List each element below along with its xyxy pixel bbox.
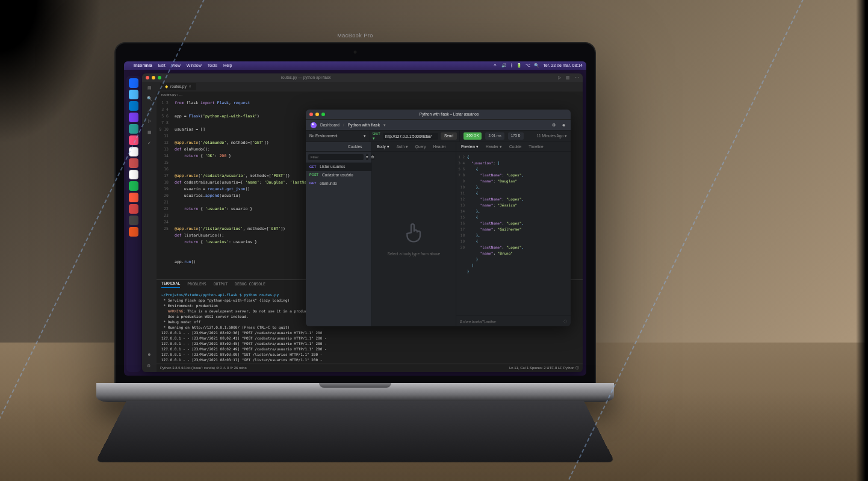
- dock-app-icon[interactable]: [129, 227, 138, 237]
- maximize-icon[interactable]: [321, 113, 325, 116]
- dock-app-icon[interactable]: [129, 113, 138, 122]
- battery-icon[interactable]: 🔋: [516, 63, 522, 68]
- tab-timeline[interactable]: Timeline: [529, 144, 543, 149]
- menubar-app[interactable]: Insomnia: [134, 63, 152, 68]
- search-icon[interactable]: 🔍: [147, 96, 152, 101]
- tab-terminal[interactable]: TERMINAL: [161, 282, 180, 288]
- debug-icon[interactable]: ▷: [148, 119, 151, 123]
- method-dropdown[interactable]: GET ▾: [373, 131, 380, 141]
- dock-vscode-icon[interactable]: [129, 101, 138, 111]
- menubar-help[interactable]: Help: [223, 63, 232, 68]
- request-item[interactable]: GET Listar usuários: [306, 163, 371, 171]
- minimize-icon[interactable]: [152, 76, 155, 79]
- dock-finder-icon[interactable]: [129, 78, 138, 88]
- tab-routes-py[interactable]: ◆ routes.py ×: [160, 83, 196, 90]
- tab-query[interactable]: Query: [415, 144, 426, 149]
- time-badge: 2.01 ms: [485, 132, 504, 139]
- url-bar: GET ▾ Send: [370, 131, 460, 141]
- more-icon[interactable]: ⋯: [575, 75, 579, 80]
- macos-menubar: Insomnia Edit View Window Tools Help ᯤ 🔊…: [124, 61, 586, 70]
- menubar-view[interactable]: View: [172, 63, 181, 68]
- breadcrumb-workspace[interactable]: Python with flask: [348, 123, 380, 128]
- tab-body[interactable]: Body ▾: [377, 144, 389, 149]
- gear-icon[interactable]: ⚙: [552, 123, 556, 128]
- request-list: GET Listar usuários POST Cadastrar usuár…: [306, 163, 371, 326]
- minimize-icon[interactable]: [315, 113, 319, 116]
- dock-app-icon[interactable]: [129, 147, 138, 157]
- dock-app-icon[interactable]: [129, 124, 138, 134]
- tab-auth[interactable]: Auth ▾: [397, 144, 408, 149]
- laptop-hinge: [96, 383, 614, 402]
- request-panel: Body ▾ Auth ▾ Query Header Select a body…: [372, 142, 456, 326]
- source-control-icon[interactable]: ⎇: [147, 108, 152, 113]
- account-icon[interactable]: ☻: [147, 352, 151, 357]
- dock-spotify-icon[interactable]: [129, 181, 138, 191]
- empty-body-text: Select a body type from above: [388, 252, 441, 256]
- insomnia-toolbar: No Environment ▾ GET ▾ Send 200 OK 2.01 …: [306, 130, 571, 142]
- account-icon[interactable]: ☻: [562, 123, 566, 128]
- gear-icon[interactable]: ⚙: [147, 364, 151, 368]
- tab-problems[interactable]: PROBLEMS: [187, 282, 206, 287]
- cookies-button[interactable]: Cookies: [339, 144, 372, 149]
- close-icon[interactable]: [146, 76, 149, 79]
- macos-screen: Insomnia Edit View Window Tools Help ᯤ 🔊…: [124, 61, 586, 376]
- tab-preview[interactable]: Preview ▾: [461, 144, 479, 149]
- menubar-window[interactable]: Window: [187, 63, 202, 68]
- chevron-down-icon[interactable]: ▾: [366, 154, 368, 160]
- url-input[interactable]: [383, 133, 438, 140]
- status-left[interactable]: Python 3.8.5 64-bit ('base': conda) ⊘ 0 …: [160, 366, 247, 370]
- vscode-status-bar: Python 3.8.5 64-bit ('base': conda) ⊘ 0 …: [157, 364, 583, 372]
- hand-point-up-icon: [402, 222, 426, 247]
- tab-close-icon[interactable]: ×: [189, 84, 191, 89]
- age-dropdown[interactable]: 11 Minutes Ago ▾: [536, 134, 567, 138]
- test-icon[interactable]: ✓: [147, 141, 151, 146]
- dock-app-icon[interactable]: [129, 135, 138, 145]
- close-icon[interactable]: [309, 113, 313, 116]
- split-editor-icon[interactable]: ▥: [566, 75, 570, 80]
- insomnia-breadcrumb: Dashboard / Python with flask ▾ ⚙ ☻: [306, 119, 571, 130]
- run-icon[interactable]: ▷: [558, 75, 561, 80]
- tab-header[interactable]: Header: [433, 144, 446, 149]
- send-button[interactable]: Send: [441, 132, 457, 140]
- tab-output[interactable]: OUTPUT: [214, 282, 228, 287]
- volume-icon[interactable]: 🔊: [501, 63, 507, 68]
- bluetooth-icon[interactable]: ᛒ: [510, 63, 513, 68]
- request-item[interactable]: POST Cadastrar usuário: [306, 171, 371, 179]
- search-icon[interactable]: 🔍: [534, 63, 539, 68]
- extensions-icon[interactable]: ▦: [147, 130, 152, 135]
- editor-gutter: 1 2 3 4 5 6 7 8 9 10 11 12 13 14 15 16 1…: [157, 99, 172, 279]
- tab-cookie[interactable]: Cookie: [509, 144, 521, 149]
- status-right[interactable]: Ln 11, Col 1 Spaces: 2 UTF-8 LF Python ⓘ: [509, 366, 579, 370]
- dock-app-icon[interactable]: [129, 170, 138, 179]
- python-file-icon: ◆: [165, 84, 168, 89]
- dock-app-icon[interactable]: [129, 90, 138, 99]
- maximize-icon[interactable]: [158, 76, 161, 79]
- wifi-icon[interactable]: ᯤ: [494, 63, 498, 68]
- request-item[interactable]: GET olamundo: [306, 179, 371, 188]
- menubar-edit[interactable]: Edit: [158, 63, 166, 68]
- method-badge: GET: [309, 165, 316, 169]
- macos-dock: [126, 76, 141, 372]
- chevron-down-icon[interactable]: ▾: [383, 123, 386, 128]
- menubar-tools[interactable]: Tools: [208, 63, 217, 68]
- breadcrumb[interactable]: routes.py › ...: [157, 92, 583, 99]
- vscode-activity-bar: ▤ 🔍 ⎇ ▷ ▦ ✓ ☻ ⚙: [142, 82, 157, 372]
- tab-debug-console[interactable]: DEBUG CONSOLE: [235, 282, 265, 287]
- filter-input[interactable]: [308, 154, 364, 160]
- dock-app-icon[interactable]: [129, 204, 138, 214]
- env-dropdown[interactable]: No Environment ▾: [306, 131, 370, 141]
- dock-app-icon[interactable]: [129, 193, 138, 202]
- response-panel: Preview ▾ Header ▾ Cookie Timeline 1 2 3…: [456, 142, 571, 326]
- help-icon[interactable]: ◌: [563, 319, 567, 324]
- breadcrumb-dashboard[interactable]: Dashboard: [320, 123, 339, 128]
- dock-app-icon[interactable]: [129, 216, 138, 225]
- menubar-clock[interactable]: Ter. 23 de mar. 08:14: [543, 63, 583, 68]
- control-center-icon[interactable]: ⌥: [525, 63, 530, 68]
- jsonpath-filter-input[interactable]: [460, 320, 563, 323]
- env-label: No Environment: [309, 134, 338, 138]
- tab-header[interactable]: Header ▾: [486, 144, 502, 149]
- explorer-icon[interactable]: ▤: [147, 85, 152, 90]
- dock-app-icon[interactable]: [129, 158, 138, 168]
- response-body[interactable]: 1 2 3 4 5 6 7 8 9 10 11 12 13 14 15 16 1…: [456, 152, 571, 315]
- insomnia-logo-icon[interactable]: [311, 122, 317, 128]
